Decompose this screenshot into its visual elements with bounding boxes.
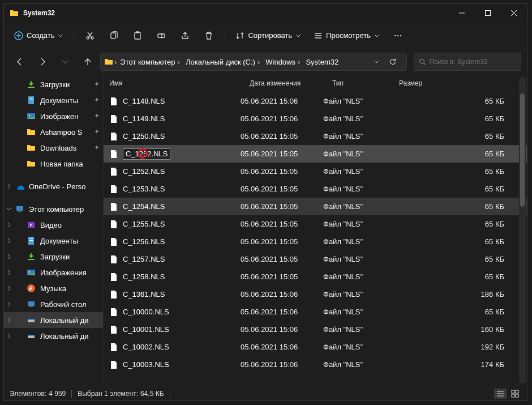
sort-button[interactable]: Сортировать: [231, 26, 306, 45]
file-row[interactable]: C_1258.NLS05.06.2021 15:05Файл "NLS"65 К…: [104, 268, 527, 285]
file-name: C_1254.NLS: [123, 202, 165, 211]
refresh-button[interactable]: [383, 53, 403, 71]
create-button[interactable]: Создать: [10, 26, 68, 45]
selected-label: Выбран 1 элемент:: [78, 390, 138, 398]
file-row[interactable]: C_1361.NLS05.06.2021 15:06Файл "NLS"186 …: [104, 285, 527, 303]
paste-icon: [133, 31, 142, 40]
sidebar-thispc-item[interactable]: Загрузки: [4, 249, 103, 265]
crumb[interactable]: System32: [303, 58, 341, 66]
item-count: 4 959: [49, 390, 66, 398]
file-row[interactable]: C_1254.NLS05.06.2021 15:05Файл "NLS"65 К…: [104, 198, 527, 215]
sidebar-quick-item[interactable]: Документы: [4, 92, 103, 108]
forward-button[interactable]: [32, 53, 53, 71]
sidebar-thispc[interactable]: Этот компьютер: [4, 201, 103, 217]
view-button[interactable]: Просмотреть: [309, 26, 384, 45]
file-row[interactable]: C_10000.NLS05.06.2021 15:06Файл "NLS"65 …: [104, 303, 527, 321]
share-button[interactable]: [175, 26, 195, 45]
sidebar-thispc-item[interactable]: Видео: [4, 217, 103, 233]
crumb[interactable]: Этот компьютер›: [118, 58, 182, 66]
sidebar-quick-item[interactable]: Downloads: [4, 140, 103, 156]
selected-size: 64,5 КБ: [140, 390, 164, 398]
view-details-button[interactable]: [494, 389, 507, 399]
delete-button[interactable]: [199, 26, 219, 45]
search-input[interactable]: [430, 58, 517, 66]
sidebar-thispc-item[interactable]: Локальный ди: [4, 328, 103, 344]
file-type: Файл "NLS": [323, 202, 390, 211]
file-row[interactable]: C_1148.NLS05.06.2021 15:06Файл "NLS"65 К…: [104, 92, 527, 110]
up-button[interactable]: [78, 53, 98, 71]
file-date: 05.06.2021 15:06: [241, 308, 323, 316]
paste-button[interactable]: [127, 26, 148, 45]
col-name[interactable]: Имя: [109, 79, 250, 87]
chevron-down-icon[interactable]: [374, 59, 379, 65]
breadcrumbs[interactable]: › Этот компьютер› Локальный диск (C:)› W…: [100, 53, 407, 71]
divider: [74, 29, 74, 42]
file-row[interactable]: C_1257.NLS05.06.2021 15:05Файл "NLS"65 К…: [104, 250, 527, 268]
back-button[interactable]: [10, 53, 30, 71]
file-row[interactable]: C_1252.NLS05.06.2021 15:05Файл "NLS"65 К…: [104, 145, 527, 163]
file-row[interactable]: C_1255.NLS05.06.2021 15:05Файл "NLS"65 К…: [104, 215, 527, 233]
file-name: C_1252.NLS: [123, 167, 165, 176]
file-row[interactable]: C_1253.NLS05.06.2021 15:05Файл "NLS"65 К…: [104, 180, 527, 198]
sidebar-label: Рабочий стол: [40, 300, 87, 309]
sidebar-thispc-item[interactable]: Изображения: [4, 265, 103, 280]
sidebar-label: Локальный ди: [40, 332, 89, 340]
sidebar-label: Видео: [40, 221, 62, 229]
file-date: 05.06.2021 15:06: [241, 97, 323, 105]
col-type[interactable]: Тип: [332, 79, 399, 87]
file-type: Файл "NLS": [323, 220, 390, 228]
sidebar-quick-item[interactable]: Изображен: [4, 108, 103, 124]
file-date: 05.06.2021 15:06: [241, 343, 323, 351]
file-name: C_10001.NLS: [123, 325, 169, 334]
svg-rect-18: [18, 211, 22, 212]
file-date: 05.06.2021 15:05: [241, 167, 323, 176]
view-icon: [314, 31, 323, 40]
sidebar-onedrive[interactable]: OneDrive - Perso: [4, 178, 103, 194]
scrollbar[interactable]: [519, 76, 526, 383]
col-date[interactable]: Дата изменения: [250, 79, 332, 87]
file-date: 05.06.2021 15:05: [241, 272, 323, 281]
address-row: › Этот компьютер› Локальный диск (C:)› W…: [4, 49, 527, 74]
rename-button[interactable]: [151, 26, 171, 45]
copy-icon: [109, 31, 118, 40]
file-row[interactable]: C_1149.NLS05.06.2021 15:06Файл "NLS"65 К…: [104, 110, 527, 127]
sidebar-thispc-item[interactable]: Рабочий стол: [4, 296, 103, 312]
file-name: C_1257.NLS: [123, 255, 165, 263]
file-name: C_1253.NLS: [123, 185, 165, 193]
sidebar-thispc-item[interactable]: Документы: [4, 233, 103, 249]
sidebar-thispc-item[interactable]: Музыка: [4, 280, 103, 296]
file-row[interactable]: C_1252.NLS05.06.2021 15:05Файл "NLS"65 К…: [104, 163, 527, 180]
recent-button[interactable]: [55, 53, 75, 71]
crumb[interactable]: Windows›: [263, 58, 302, 66]
file-row[interactable]: C_10001.NLS05.06.2021 15:06Файл "NLS"160…: [104, 321, 527, 338]
view-icons-button[interactable]: [509, 389, 521, 399]
sidebar-label: Ashampoo S: [40, 128, 82, 137]
svg-point-24: [29, 271, 31, 273]
scrollbar-thumb[interactable]: [520, 93, 525, 207]
sidebar-label: Downloads: [40, 144, 76, 152]
file-row[interactable]: C_1250.NLS05.06.2021 15:05Файл "NLS"65 К…: [104, 127, 527, 145]
maximize-button[interactable]: [475, 4, 501, 22]
search-box[interactable]: [414, 53, 521, 71]
file-size: 160 КБ: [390, 325, 527, 334]
copy-button[interactable]: [104, 26, 124, 45]
sidebar-quick-item[interactable]: Новая папка: [4, 156, 103, 172]
file-name: C_10002.NLS: [123, 343, 169, 351]
minimize-button[interactable]: [449, 4, 475, 22]
svg-rect-7: [158, 34, 165, 37]
sidebar-quick-item[interactable]: Загрузки: [4, 76, 103, 92]
file-row[interactable]: C_10002.NLS05.06.2021 15:06Файл "NLS"192…: [104, 338, 527, 356]
col-size[interactable]: Размер: [399, 79, 527, 87]
file-size: 65 КБ: [390, 202, 527, 211]
sidebar-quick-item[interactable]: Ashampoo S: [4, 124, 103, 140]
sidebar-thispc-item[interactable]: Локальный ди: [4, 312, 103, 328]
rename-input[interactable]: C_1252.NLS: [123, 148, 170, 160]
close-button[interactable]: [501, 4, 527, 22]
file-name: C_1255.NLS: [123, 220, 165, 228]
file-row[interactable]: C_10003.NLS05.06.2021 15:06Файл "NLS"174…: [104, 356, 527, 373]
chevron-down-icon: [58, 33, 63, 39]
more-button[interactable]: [388, 26, 408, 45]
crumb[interactable]: Локальный диск (C:)›: [183, 58, 262, 66]
file-row[interactable]: C_1256.NLS05.06.2021 15:05Файл "NLS"65 К…: [104, 233, 527, 250]
cut-button[interactable]: [80, 26, 100, 45]
